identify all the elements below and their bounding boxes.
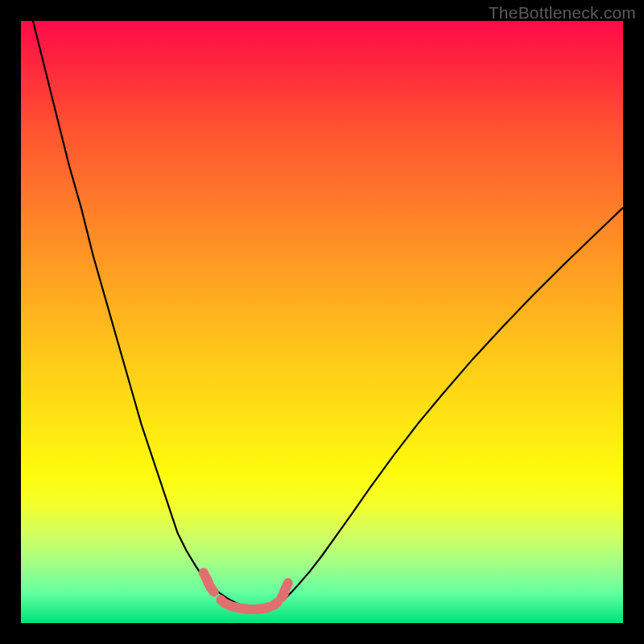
left-curve [33, 21, 262, 610]
curves-svg [21, 21, 623, 623]
plot-area [21, 21, 623, 623]
watermark-text: TheBottleneck.com [489, 3, 636, 23]
right-curve [262, 208, 623, 610]
marker-group [197, 566, 295, 614]
chart-frame: TheBottleneck.com [0, 0, 644, 644]
